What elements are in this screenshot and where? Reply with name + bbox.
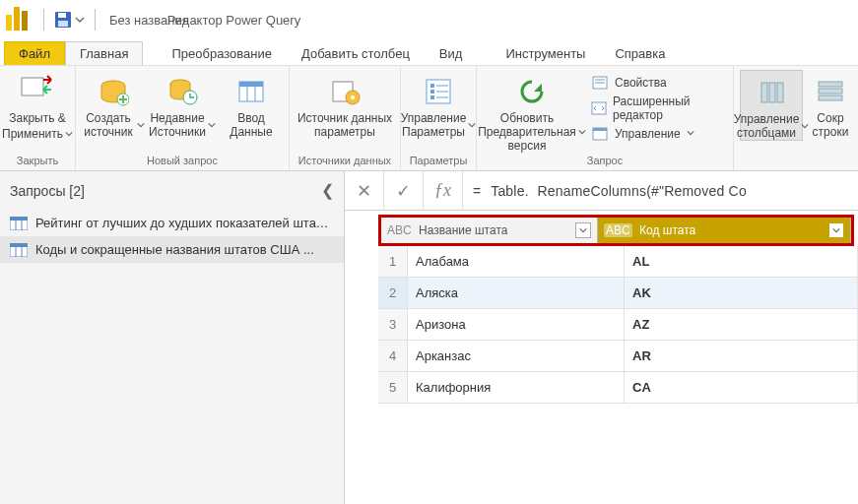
cell-state-code[interactable]: AK: [625, 278, 858, 309]
new-source-icon: [96, 74, 131, 109]
column-filter-dropdown[interactable]: [828, 222, 844, 238]
svg-rect-35: [10, 217, 28, 220]
svg-point-14: [351, 95, 355, 99]
recent-sources-button[interactable]: Недавние Источники: [151, 70, 214, 139]
close-apply-icon: [20, 74, 55, 109]
formula-accept-button[interactable]: ✓: [384, 171, 424, 211]
manage-parameters-button[interactable]: Управление Параметры: [407, 70, 470, 139]
content-area: Запросы [2] ❮ Рейтинг от лучших до худши…: [0, 171, 858, 504]
properties-icon: [591, 75, 609, 91]
tab-file[interactable]: Файл: [4, 41, 65, 65]
svg-rect-2: [58, 21, 68, 27]
cell-state-code[interactable]: CA: [625, 372, 858, 404]
manage-query-icon: [591, 126, 609, 142]
table-row[interactable]: 3 Аризона AZ: [378, 309, 858, 341]
tab-tools[interactable]: Инструменты: [491, 41, 600, 65]
qat-save-button[interactable]: [50, 9, 89, 31]
query-item-label: Рейтинг от лучших до худших показателей …: [35, 216, 334, 230]
column-filter-dropdown[interactable]: [575, 222, 591, 238]
svg-rect-32: [819, 89, 842, 94]
svg-rect-29: [769, 83, 775, 102]
cell-state-name[interactable]: Алабама: [408, 246, 625, 278]
manage-parameters-icon: [421, 74, 456, 109]
table-row[interactable]: 1 Алабама AL: [378, 246, 858, 278]
cell-state-code[interactable]: AR: [625, 341, 858, 372]
svg-rect-18: [430, 95, 434, 99]
formula-function: RenameColumns(#"Removed Co: [537, 183, 746, 199]
column-label: Название штата: [419, 223, 507, 237]
svg-rect-28: [761, 83, 767, 102]
tab-add-column[interactable]: Добавить столбец: [287, 41, 425, 65]
row-number: 3: [378, 309, 408, 341]
cell-state-name[interactable]: Аризона: [408, 309, 625, 341]
group-label-close: Закрыть: [6, 155, 69, 168]
tab-home[interactable]: Главная: [65, 41, 143, 65]
column-label: Код штата: [639, 223, 695, 237]
new-source-button[interactable]: Создать источник: [82, 70, 145, 139]
properties-button[interactable]: Свойства: [587, 74, 727, 92]
cell-state-name[interactable]: Аляска: [408, 278, 625, 309]
formula-equals: =: [473, 183, 481, 199]
formula-cancel-button[interactable]: ✕: [345, 171, 384, 211]
cell-state-code[interactable]: AZ: [625, 309, 858, 341]
manage-columns-label: Управление столбцами: [734, 112, 800, 140]
manage-columns-icon: [754, 75, 789, 110]
separator: [95, 9, 96, 31]
advanced-editor-label: Расширенный редактор: [613, 94, 723, 122]
separator: [43, 9, 44, 31]
svg-rect-16: [430, 84, 434, 88]
column-header-state-code[interactable]: ABC Код штата: [598, 218, 851, 243]
formula-namespace: Table.: [491, 183, 529, 199]
query-item[interactable]: Коды и сокращенные названия штатов США .…: [0, 236, 344, 263]
svg-rect-9: [239, 82, 263, 87]
close-apply-button[interactable]: Закрыть & Применить: [6, 70, 69, 141]
enter-data-button[interactable]: Ввод Данные: [220, 70, 283, 139]
editor-title: Редактор Power Query: [167, 13, 300, 28]
row-number: 2: [378, 278, 408, 309]
column-header-state-name[interactable]: ABC Название штата: [381, 218, 598, 243]
table-row[interactable]: 2 Аляска AK: [378, 278, 858, 309]
cell-state-name[interactable]: Калифорния: [408, 372, 625, 404]
main-area: ✕ ✓ ƒx = Table. RenameColumns(#"Removed …: [345, 171, 858, 504]
chevron-down-icon: [468, 121, 476, 129]
group-label-parameters: Параметры: [407, 155, 470, 168]
refresh-preview-button[interactable]: Обновить Предварительная версия: [483, 70, 581, 153]
chevron-down-icon: [578, 128, 586, 136]
column-type-tag: ABC: [387, 223, 412, 237]
group-label-data-sources: Источники данных: [296, 155, 394, 168]
svg-rect-27: [593, 128, 607, 131]
manage-parameters-label: Управление Параметры: [401, 111, 467, 139]
svg-rect-33: [819, 95, 842, 100]
table-row[interactable]: 5 Калифорния CA: [378, 372, 858, 404]
group-label-new-query: Новый запрос: [82, 155, 283, 168]
ribbon-tabs: Файл Главная Преобразование Добавить сто…: [0, 39, 858, 65]
queries-title: Запросы [2]: [10, 183, 85, 199]
tab-transform[interactable]: Преобразование: [157, 41, 287, 65]
ribbon-group-close: Закрыть & Применить Закрыть: [0, 66, 76, 170]
data-grid: 1 Алабама AL 2 Аляска AK 3 Аризона AZ 4 …: [378, 246, 858, 404]
cell-state-code[interactable]: AL: [625, 246, 858, 278]
tab-help[interactable]: Справка: [600, 41, 680, 65]
svg-rect-30: [777, 83, 783, 102]
query-item[interactable]: Рейтинг от лучших до худших показателей …: [0, 210, 344, 236]
chevron-down-icon: [75, 15, 85, 25]
svg-rect-17: [430, 90, 434, 94]
recent-sources-label: Недавние Источники: [149, 111, 206, 139]
queries-header: Запросы [2] ❮: [0, 171, 344, 210]
table-icon: [10, 243, 28, 257]
data-source-settings-label: Источник данных параметры: [296, 111, 394, 139]
reduce-rows-button[interactable]: Сокр строки: [809, 70, 852, 139]
formula-input[interactable]: = Table. RenameColumns(#"Removed Co: [463, 183, 858, 199]
table-row[interactable]: 4 Арканзас AR: [378, 341, 858, 372]
svg-rect-3: [22, 78, 43, 95]
manage-query-button[interactable]: Управление: [587, 125, 727, 143]
refresh-icon: [514, 74, 550, 109]
formula-fx-button[interactable]: ƒx: [424, 171, 463, 211]
collapse-panel-button[interactable]: ❮: [321, 181, 334, 200]
enter-data-icon: [233, 74, 269, 109]
cell-state-name[interactable]: Арканзас: [408, 341, 625, 372]
manage-columns-button[interactable]: Управление столбцами: [740, 70, 803, 141]
tab-view[interactable]: Вид: [425, 41, 478, 65]
advanced-editor-button[interactable]: Расширенный редактор: [587, 94, 727, 123]
data-source-settings-button[interactable]: Источник данных параметры: [296, 70, 394, 139]
